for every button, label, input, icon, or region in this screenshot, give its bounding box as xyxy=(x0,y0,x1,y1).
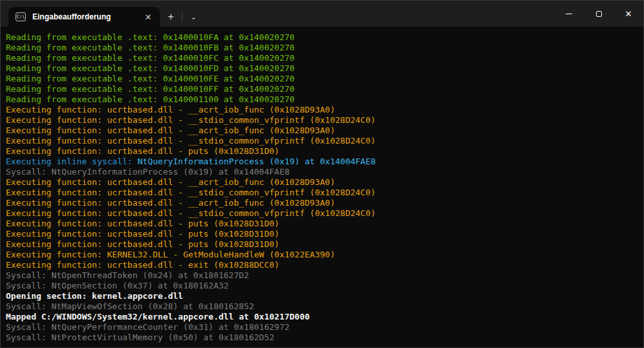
terminal-line: Executing function: ucrtbased.dll - __ac… xyxy=(6,177,638,188)
terminal-line: Executing inline syscall: NtQueryInforma… xyxy=(6,157,638,167)
new-tab-button[interactable]: + xyxy=(160,7,182,27)
chevron-down-icon: ⌄ xyxy=(190,13,196,21)
terminal-line: Executing function: ucrtbased.dll - __ac… xyxy=(6,198,638,208)
terminal-line: Executing function: ucrtbased.dll - __st… xyxy=(6,115,638,125)
terminal-line: Executing function: ucrtbased.dll - __st… xyxy=(6,208,638,219)
terminal-line: Executing function: ucrtbased.dll - puts… xyxy=(6,239,638,250)
terminal-line: Syscall: NtOpenSection (0x37) at 0x18016… xyxy=(6,281,638,291)
window-controls: ✕ xyxy=(554,1,643,27)
terminal-line: Mapped C:/WINDOWS/System32/kernel.appcor… xyxy=(6,312,638,322)
terminal-line: Syscall: NtQueryPerformanceCounter (0x31… xyxy=(6,322,638,332)
tab-eingabeaufforderung[interactable]: C:\ Eingabeaufforderung ✕ xyxy=(8,7,160,27)
terminal-line: Syscall: NtMapViewOfSection (0x28) at 0x… xyxy=(6,301,638,312)
close-window-button[interactable]: ✕ xyxy=(614,1,643,27)
plus-icon: + xyxy=(168,11,173,23)
terminal-line: Reading from executable .text: 0x1400010… xyxy=(6,32,638,43)
terminal-line: Opening section: kernel.appcore.dll xyxy=(6,291,638,301)
terminal-line: Syscall: NtQueryInformationProcess (0x19… xyxy=(6,167,638,177)
terminal-line: Executing function: ucrtbased.dll - __st… xyxy=(6,136,638,146)
cmd-prompt-icon: C:\ xyxy=(16,12,26,21)
terminal-line: Reading from executable .text: 0x1400010… xyxy=(6,43,638,53)
terminal-line: Reading from executable .text: 0x1400011… xyxy=(6,94,638,105)
terminal-line: Executing function: ucrtbased.dll - puts… xyxy=(6,146,638,157)
terminal-line: Executing function: ucrtbased.dll - puts… xyxy=(6,229,638,239)
terminal-output[interactable]: Reading from executable .text: 0x1400010… xyxy=(1,27,643,347)
tab-title: Eingabeaufforderung xyxy=(32,12,140,21)
close-icon: ✕ xyxy=(625,9,632,19)
terminal-line: Executing function: ucrtbased.dll - __st… xyxy=(6,188,638,198)
terminal-window: C:\ Eingabeaufforderung ✕ + ⌄ ✕ Rea xyxy=(0,0,644,348)
terminal-line: Executing function: ucrtbased.dll - __ac… xyxy=(6,105,638,115)
terminal-line: Syscall: NtOpenThreadToken (0x24) at 0x1… xyxy=(6,270,638,281)
close-icon: ✕ xyxy=(145,12,152,22)
minimize-icon xyxy=(566,14,572,14)
terminal-line: Reading from executable .text: 0x1400010… xyxy=(6,84,638,94)
terminal-line: Syscall: NtProtectVirtualMemory (0x50) a… xyxy=(6,332,638,343)
tab-close-button[interactable]: ✕ xyxy=(140,9,156,25)
terminal-line: Reading from executable .text: 0x1400010… xyxy=(6,74,638,84)
title-bar[interactable]: C:\ Eingabeaufforderung ✕ + ⌄ ✕ xyxy=(1,1,643,27)
maximize-button[interactable] xyxy=(584,1,614,27)
terminal-line: Executing function: ucrtbased.dll - puts… xyxy=(6,219,638,229)
terminal-line: Executing function: ucrtbased.dll - exit… xyxy=(6,260,638,270)
terminal-line: Executing function: KERNEL32.DLL - GetMo… xyxy=(6,250,638,260)
terminal-line: Executing function: ucrtbased.dll - __ac… xyxy=(6,125,638,136)
terminal-line: Reading from executable .text: 0x1400010… xyxy=(6,63,638,74)
terminal-line: Reading from executable .text: 0x1400010… xyxy=(6,53,638,63)
maximize-icon xyxy=(596,11,602,17)
tab-dropdown-button[interactable]: ⌄ xyxy=(183,7,205,27)
minimize-button[interactable] xyxy=(554,1,584,27)
